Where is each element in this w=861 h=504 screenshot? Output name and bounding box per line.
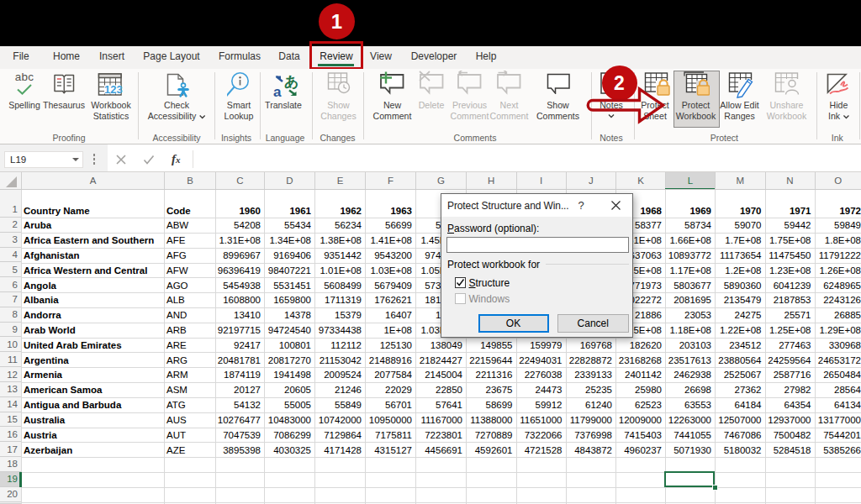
svg-text:123: 123: [104, 83, 123, 96]
svg-text:あ: あ: [284, 74, 298, 90]
svg-text:a: a: [273, 84, 282, 97]
